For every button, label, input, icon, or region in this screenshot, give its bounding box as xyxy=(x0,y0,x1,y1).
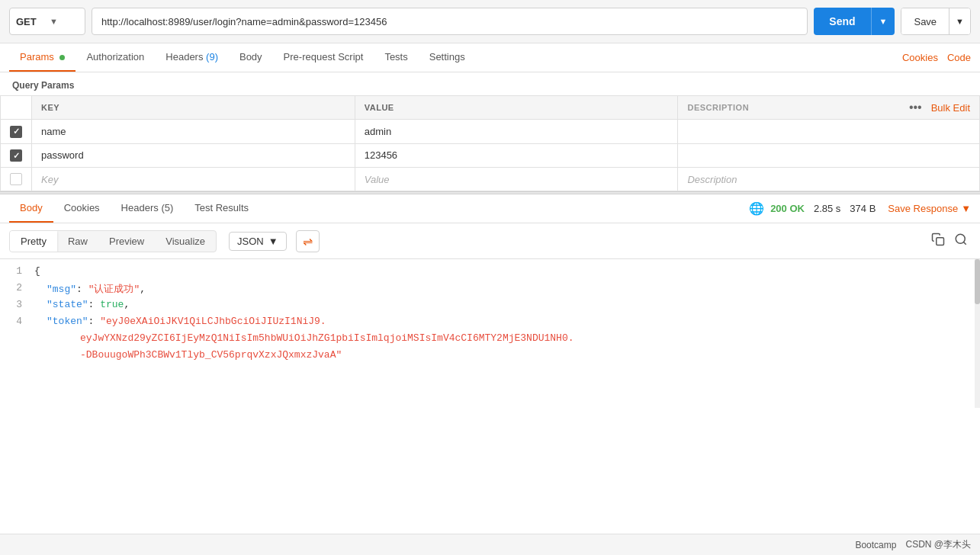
method-chevron-icon: ▼ xyxy=(50,17,79,26)
params-table: KEY VALUE DESCRIPTION ••• Bulk Edit xyxy=(0,95,980,191)
request-tabs: Params Authorization Headers (9) Body Pr… xyxy=(0,43,980,72)
params-dot xyxy=(59,55,65,60)
line-content-3: "state": true, xyxy=(34,299,980,316)
response-size: 374 B xyxy=(850,203,876,214)
status-badge: 200 OK xyxy=(770,203,805,214)
globe-icon: 🌐 xyxy=(749,201,764,216)
more-button[interactable]: ••• xyxy=(903,101,928,114)
table-row: Key Value Description xyxy=(1,168,980,191)
response-tab-tests[interactable]: Test Results xyxy=(184,194,259,223)
format-select-label: JSON xyxy=(237,236,264,247)
response-tab-cookies[interactable]: Cookies xyxy=(53,194,111,223)
line-content-1: { xyxy=(34,265,980,282)
search-button[interactable] xyxy=(951,229,971,252)
copy-button[interactable] xyxy=(928,229,948,252)
send-button-group: Send ▼ xyxy=(814,8,895,35)
wrap-icon: ⇌ xyxy=(303,235,313,248)
send-dropdown-button[interactable]: ▼ xyxy=(871,8,895,35)
response-tab-body[interactable]: Body xyxy=(9,194,53,223)
tab-params[interactable]: Params xyxy=(9,43,76,72)
format-chevron-icon: ▼ xyxy=(268,236,278,247)
line-content-5: eyJwYXNzd29yZCI6IjEyMzQ1NiIsIm5hbWUiOiJh… xyxy=(34,332,980,349)
response-time: 2.85 s xyxy=(814,203,840,214)
line-num-6-blank xyxy=(0,349,34,366)
svg-line-2 xyxy=(963,242,966,244)
format-tab-raw[interactable]: Raw xyxy=(57,231,98,252)
row3-checkbox-cell[interactable] xyxy=(1,168,32,191)
bulk-edit-button[interactable]: Bulk Edit xyxy=(931,102,970,114)
row3-desc[interactable]: Description xyxy=(678,168,980,191)
table-row: name admin xyxy=(1,120,980,144)
row1-desc[interactable] xyxy=(678,120,980,144)
method-select[interactable]: GET ▼ xyxy=(9,8,85,35)
send-button[interactable]: Send xyxy=(814,8,870,35)
cookies-link[interactable]: Cookies xyxy=(902,52,938,63)
line-num-2: 2 xyxy=(0,282,34,299)
row1-key[interactable]: name xyxy=(32,120,355,144)
top-bar: GET ▼ Send ▼ Save ▼ xyxy=(0,0,980,43)
tab-body[interactable]: Body xyxy=(229,43,273,72)
col-key: KEY xyxy=(32,96,355,120)
save-response-button[interactable]: Save Response ▼ xyxy=(888,203,971,214)
row3-checkbox-empty[interactable] xyxy=(10,173,22,185)
format-select[interactable]: JSON ▼ xyxy=(229,232,287,251)
code-link[interactable]: Code xyxy=(947,52,971,63)
row3-key[interactable]: Key xyxy=(32,168,355,191)
code-line-1: 1 { xyxy=(0,265,980,282)
tab-authorization[interactable]: Authorization xyxy=(76,43,155,72)
format-tab-visualize[interactable]: Visualize xyxy=(155,231,216,252)
tab-pre-request[interactable]: Pre-request Script xyxy=(273,43,374,72)
line-num-4: 4 xyxy=(0,316,34,332)
tab-headers[interactable]: Headers (9) xyxy=(155,43,229,72)
code-area: 1 { 2 "msg": "认证成功", 3 "state": true, 4 … xyxy=(0,259,980,408)
save-dropdown-button[interactable]: ▼ xyxy=(949,8,970,34)
svg-point-1 xyxy=(956,234,965,243)
code-line-6: -DBouugoWPh3CBWv1Tlyb_CV56prqvXzxJQxmxzJ… xyxy=(0,349,980,366)
col-value: VALUE xyxy=(355,96,678,120)
row1-value[interactable]: admin xyxy=(355,120,678,144)
table-row: password 123456 xyxy=(1,143,980,168)
tab-settings[interactable]: Settings xyxy=(419,43,476,72)
tab-tests[interactable]: Tests xyxy=(374,43,418,72)
line-num-5-blank xyxy=(0,332,34,349)
scrollbar-thumb[interactable] xyxy=(975,259,980,304)
row1-checkbox-cell[interactable] xyxy=(1,120,32,144)
code-line-2: 2 "msg": "认证成功", xyxy=(0,282,980,299)
line-num-1: 1 xyxy=(0,265,34,282)
row2-checkbox-cell[interactable] xyxy=(1,143,32,168)
col-check xyxy=(1,96,32,120)
code-line-4: 4 "token": "eyJ0eXAiOiJKV1QiLCJhbGciOiJI… xyxy=(0,316,980,332)
url-input[interactable] xyxy=(92,8,808,35)
line-content-6: -DBouugoWPh3CBWv1Tlyb_CV56prqvXzxJQxmxzJ… xyxy=(34,349,980,366)
row2-checkbox[interactable] xyxy=(10,149,22,162)
format-bar: Pretty Raw Preview Visualize JSON ▼ ⇌ xyxy=(0,223,980,259)
scrollbar-track[interactable] xyxy=(975,259,980,408)
format-tab-preview[interactable]: Preview xyxy=(98,231,155,252)
row2-desc[interactable] xyxy=(678,143,980,168)
query-params-header: Query Params xyxy=(0,72,980,95)
svg-rect-0 xyxy=(937,238,944,245)
save-button-group: Save ▼ xyxy=(901,8,971,35)
format-tabs: Pretty Raw Preview Visualize xyxy=(9,230,217,252)
response-tabs: Body Cookies Headers (5) Test Results 🌐 … xyxy=(0,194,980,223)
format-tab-pretty[interactable]: Pretty xyxy=(10,231,57,252)
row2-value[interactable]: 123456 xyxy=(355,143,678,168)
method-value: GET xyxy=(16,16,45,27)
row3-value[interactable]: Value xyxy=(355,168,678,191)
line-num-3: 3 xyxy=(0,299,34,316)
code-line-3: 3 "state": true, xyxy=(0,299,980,316)
line-content-4: "token": "eyJ0eXAiOiJKV1QiLCJhbGciOiJIUz… xyxy=(34,316,980,332)
col-desc: DESCRIPTION ••• Bulk Edit xyxy=(678,96,980,120)
save-button[interactable]: Save xyxy=(901,8,949,34)
code-line-5: eyJwYXNzd29yZCI6IjEyMzQ1NiIsIm5hbWUiOiJh… xyxy=(0,332,980,349)
line-content-2: "msg": "认证成功", xyxy=(34,282,980,299)
wrap-button[interactable]: ⇌ xyxy=(296,230,320,252)
params-table-container: KEY VALUE DESCRIPTION ••• Bulk Edit xyxy=(0,95,980,191)
row2-key[interactable]: password xyxy=(32,143,355,168)
response-tab-headers[interactable]: Headers (5) xyxy=(111,194,185,223)
row1-checkbox[interactable] xyxy=(10,126,22,138)
